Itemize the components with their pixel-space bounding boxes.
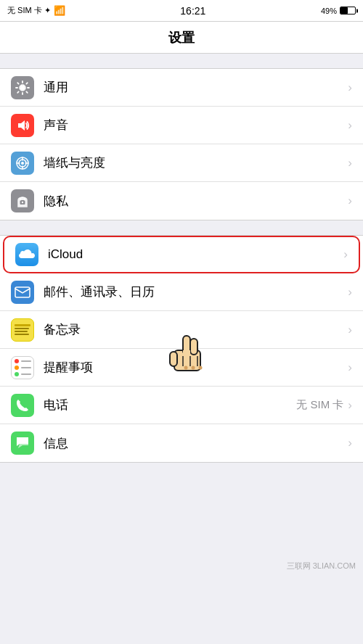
status-left: 无 SIM 卡 ✦ 📶 — [7, 5, 65, 16]
section-gap-1 — [0, 54, 363, 68]
reminders-label: 提醒事项 — [44, 359, 348, 376]
battery-icon — [340, 7, 356, 15]
section-general: 通用 › 声音 › 墙纸与亮度 › — [0, 68, 363, 220]
messages-chevron: › — [348, 436, 352, 450]
row-mail[interactable]: 邮件、通讯录、日历 › — [0, 273, 363, 311]
row-notes[interactable]: 备忘录 › — [0, 311, 363, 349]
reminders-chevron: › — [348, 360, 352, 375]
row-phone[interactable]: 电话 无 SIM 卡 › — [0, 387, 363, 424]
svg-point-7 — [22, 202, 23, 203]
notes-chevron: › — [348, 323, 352, 337]
messages-label: 信息 — [44, 435, 348, 452]
svg-marker-2 — [18, 120, 25, 131]
battery-percent: 49% — [321, 7, 337, 15]
privacy-icon — [11, 189, 34, 212]
icloud-label: iCloud — [48, 247, 343, 262]
section-gap-2 — [0, 220, 363, 235]
general-icon — [11, 76, 34, 99]
row-general[interactable]: 通用 › — [0, 69, 363, 107]
svg-point-5 — [21, 162, 24, 165]
phone-label: 电话 — [44, 397, 296, 413]
row-messages[interactable]: 信息 › — [0, 424, 363, 462]
sound-chevron: › — [348, 118, 352, 133]
sound-icon — [11, 114, 34, 137]
sound-label: 声音 — [44, 117, 348, 133]
notes-icon — [11, 318, 34, 342]
messages-icon — [11, 432, 34, 455]
row-sound[interactable]: 声音 › — [0, 107, 363, 144]
mail-chevron: › — [348, 285, 352, 300]
mail-icon — [11, 281, 34, 304]
privacy-label: 隐私 — [44, 193, 348, 210]
general-label: 通用 — [44, 79, 348, 96]
mail-label: 邮件、通讯录、日历 — [44, 284, 348, 300]
icloud-icon — [15, 243, 38, 266]
phone-value: 无 SIM 卡 — [296, 398, 343, 412]
general-chevron: › — [348, 80, 352, 95]
reminders-icon — [11, 356, 34, 379]
page-title: 设置 — [168, 29, 195, 46]
status-right: 49% — [321, 7, 356, 15]
icloud-chevron: › — [343, 247, 348, 262]
svg-point-0 — [20, 86, 25, 90]
wallpaper-label: 墙纸与亮度 — [44, 154, 348, 171]
svg-rect-8 — [15, 287, 30, 297]
status-time: 16:21 — [180, 5, 205, 17]
wallpaper-icon — [11, 152, 34, 175]
row-privacy[interactable]: 隐私 › — [0, 182, 363, 220]
watermark: 三联网 3LIAN.COM — [287, 561, 356, 571]
notes-label: 备忘录 — [44, 321, 348, 338]
phone-chevron: › — [348, 398, 352, 413]
status-bar: 无 SIM 卡 ✦ 📶 16:21 49% — [0, 0, 363, 22]
wifi-icon: 📶 — [54, 5, 65, 16]
row-icloud[interactable]: iCloud › — [3, 236, 360, 273]
nav-bar: 设置 — [0, 22, 363, 54]
wallpaper-chevron: › — [348, 156, 352, 170]
row-reminders[interactable]: 提醒事项 › — [0, 349, 363, 387]
no-sim-label: 无 SIM 卡 ✦ — [7, 5, 51, 16]
section-accounts: iCloud › 邮件、通讯录、日历 › 备忘录 › — [0, 235, 363, 463]
phone-icon — [11, 394, 34, 417]
privacy-chevron: › — [348, 194, 352, 208]
row-wallpaper[interactable]: 墙纸与亮度 › — [0, 144, 363, 182]
